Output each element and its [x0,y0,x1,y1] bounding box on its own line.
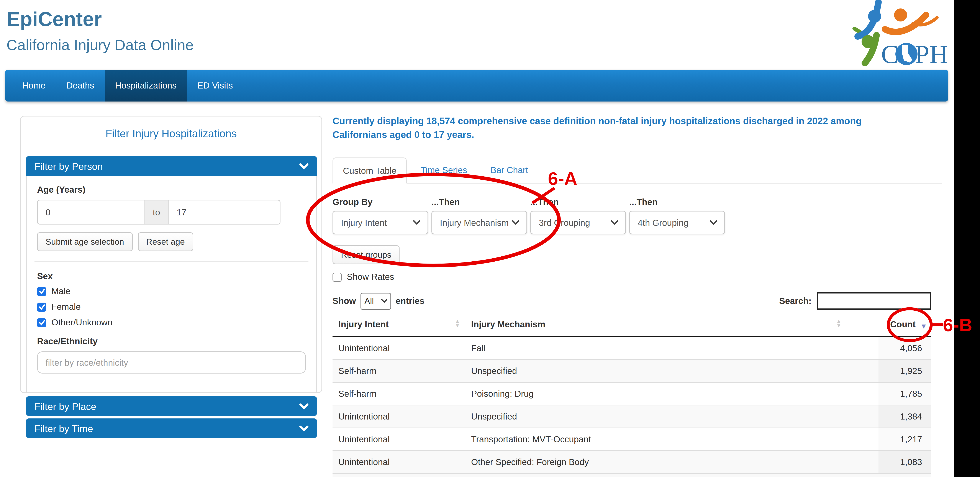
tab-custom-table[interactable]: Custom Table [332,157,407,183]
submit-age-button[interactable]: Submit age selection [37,232,132,251]
filter-by-place-label: Filter by Place [35,401,96,412]
group-by-select-1[interactable]: Injury Intent [332,211,428,234]
show-rates-label: Show Rates [347,272,394,282]
chevron-down-icon [299,425,309,431]
group-by-select-4-value: 4th Grouping [638,218,689,227]
filter-by-person-label: Filter by Person [35,161,103,172]
column-header-count[interactable]: Count [890,320,916,329]
accordion-filter-by-place[interactable]: Filter by Place [26,396,317,416]
cell-count: 1,083 [900,457,922,467]
next-row-sliver [332,474,931,477]
view-tabs: Custom Table Time Series Bar Chart [332,157,942,183]
accordion-filter-by-person[interactable]: Filter by Person [26,156,317,176]
cell-count: 4,056 [900,343,922,353]
group-by-select-4[interactable]: 4th Grouping [629,211,725,234]
sex-other-label: Other/Unknown [51,318,112,328]
column-header-injury-intent[interactable]: Injury Intent [338,320,389,329]
cell-injury-intent: Unintentional [338,412,390,421]
reset-groups-button[interactable]: Reset groups [332,245,400,264]
sort-icon-injury-intent[interactable]: ▲▼ [455,319,460,328]
race-label: Race/Ethnicity [37,336,306,346]
age-label: Age (Years) [37,185,306,195]
chevron-down-icon [381,299,387,303]
age-to-separator: to [145,200,168,224]
cell-injury-intent: Self-harm [338,366,377,376]
table-row: Unintentional Transportation: MVT-Occupa… [332,428,931,451]
accordion-filter-by-time[interactable]: Filter by Time [26,418,317,438]
cell-injury-mechanism: Fall [471,343,485,353]
chevron-down-icon [611,220,618,225]
sex-other-checkbox[interactable] [37,318,46,327]
group-by-label: Group By [332,197,373,207]
age-from-input[interactable] [37,200,145,224]
tab-bar-chart[interactable]: Bar Chart [480,157,538,183]
cell-injury-mechanism: Transportation: MVT-Occupant [471,434,591,444]
search-input[interactable] [817,292,931,310]
group-by-select-2-value: Injury Mechanism [440,218,509,227]
divider [35,261,309,262]
cell-count: 1,217 [900,434,922,444]
epicenter-page: EpiCenter California Injury Data Online … [0,0,980,477]
results-table: Injury Intent ▲▼ Injury Mechanism ▲▼ Cou… [332,314,931,477]
table-row: Unintentional Unspecified 1,384 [332,405,931,428]
filter-panel-title: Filter Injury Hospitalizations [20,127,322,140]
status-text-line1: Currently displaying 18,574 comprehensiv… [332,114,862,128]
age-to-input[interactable] [168,200,280,224]
app-title: EpiCenter [6,8,102,31]
chevron-down-icon [512,220,519,225]
cell-injury-intent: Unintentional [338,457,390,467]
show-entries-prefix: Show [332,296,356,306]
screenshot-black-edge [954,0,980,477]
then-label-3: ...Then [530,197,559,207]
show-entries-suffix: entries [396,296,425,306]
nav-item-ed-visits[interactable]: ED Visits [187,70,243,102]
sort-descending-icon[interactable]: ▼ [920,322,927,330]
sex-male-label: Male [51,286,70,296]
group-by-select-2[interactable]: Injury Mechanism [431,211,527,234]
search-label: Search: [779,296,811,306]
chevron-down-icon [299,163,309,169]
nav-item-deaths[interactable]: Deaths [56,70,105,102]
age-range-group: to [37,200,280,224]
table-header-row: Injury Intent ▲▼ Injury Mechanism ▲▼ Cou… [332,314,931,337]
cell-injury-mechanism: Poisoning: Drug [471,389,534,399]
sex-male-checkbox[interactable] [37,287,46,296]
show-rates-checkbox[interactable] [332,272,342,281]
group-by-select-3[interactable]: 3rd Grouping [530,211,626,234]
cell-injury-intent: Unintentional [338,343,390,353]
cell-injury-mechanism: Unspecified [471,366,517,376]
cell-count: 1,925 [900,366,922,376]
group-by-select-3-value: 3rd Grouping [539,218,590,227]
sex-label: Sex [37,271,306,281]
filter-by-time-label: Filter by Time [35,423,93,434]
app-subtitle: California Injury Data Online [6,37,194,54]
race-filter-input[interactable] [37,351,306,374]
cell-count: 1,384 [900,412,922,421]
cell-injury-mechanism: Unspecified [471,412,517,421]
then-label-2: ...Then [431,197,460,207]
chevron-down-icon [299,403,309,409]
main-navbar: Home Deaths Hospitalizations ED Visits [5,70,948,102]
filter-by-person-body: Age (Years) to Submit age selection Rese… [26,176,317,393]
column-header-injury-mechanism[interactable]: Injury Mechanism [471,320,545,329]
cell-injury-intent: Unintentional [338,434,390,444]
logo-letters-ph: PH [915,40,947,69]
cell-count: 1,785 [900,389,922,399]
entries-length-control: Show All entries [332,292,425,310]
table-row: Self-harm Unspecified 1,925 [332,360,931,383]
sex-female-label: Female [51,302,81,312]
reset-age-button[interactable]: Reset age [138,232,193,251]
sex-female-checkbox[interactable] [37,302,46,312]
nav-item-home[interactable]: Home [12,70,56,102]
sort-icon-injury-mechanism[interactable]: ▲▼ [836,319,842,328]
entries-select-value: All [364,296,374,306]
table-row: Unintentional Fall 4,056 [332,337,931,360]
chevron-down-icon [413,220,420,225]
entries-select[interactable]: All [361,293,391,310]
table-row: Self-harm Poisoning: Drug 1,785 [332,383,931,405]
cdph-logo: C PH [848,0,947,69]
status-text-line2: Californians aged 0 to 17 years. [332,128,474,142]
nav-item-hospitalizations[interactable]: Hospitalizations [105,70,187,102]
then-label-4: ...Then [629,197,658,207]
tab-time-series[interactable]: Time Series [411,157,477,183]
